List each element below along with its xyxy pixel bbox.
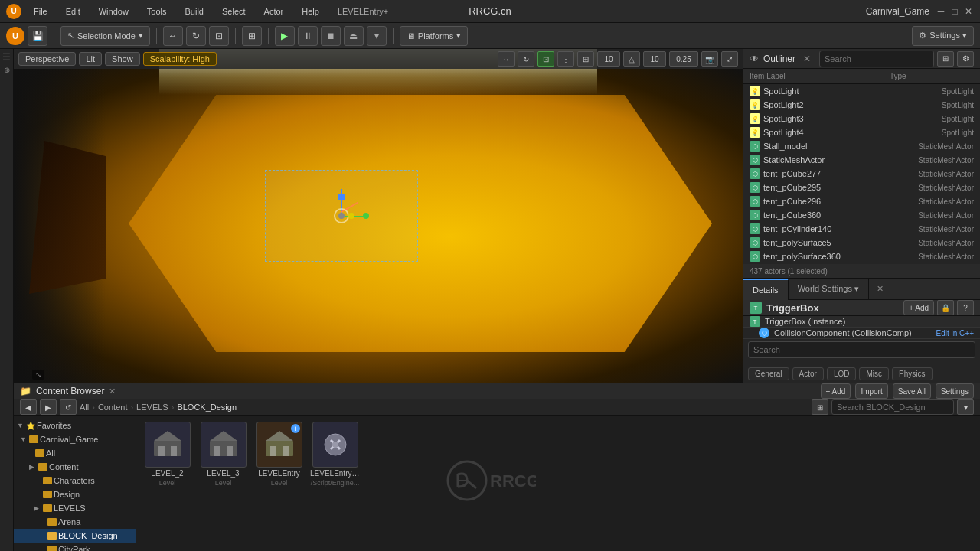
tree-block-design[interactable]: BLOCK_Design (14, 529, 136, 543)
cat-general[interactable]: General (748, 367, 789, 380)
breadcrumb-levels[interactable]: LEVELS (136, 403, 168, 412)
outliner-item[interactable]: ⬡ tent_polySurface5 StaticMeshActor (743, 236, 980, 249)
menu-build[interactable]: Build (179, 4, 210, 19)
details-help-btn[interactable]: ? (957, 300, 974, 315)
cat-lod[interactable]: LOD (827, 367, 857, 380)
add-component-btn[interactable]: + Add (903, 300, 934, 315)
stop-button[interactable]: ⏹ (321, 26, 341, 46)
content-item-levelentry[interactable]: + LEVELEntry Level (254, 422, 304, 487)
outliner-item[interactable]: 💡 SpotLight3 SpotLight (743, 112, 980, 126)
tree-characters[interactable]: Characters (14, 474, 136, 487)
outliner-item[interactable]: 💡 SpotLight4 SpotLight (743, 126, 980, 139)
viewport-scalability-button[interactable]: Scalability: High (143, 52, 217, 66)
menu-window[interactable]: Window (93, 4, 135, 19)
cat-physics[interactable]: Physics (892, 367, 932, 380)
tree-citypark[interactable]: CityPark (14, 543, 136, 551)
cb-save-all-btn[interactable]: Save All (893, 383, 931, 399)
menu-file[interactable]: File (28, 4, 54, 19)
save-button[interactable]: 💾 (28, 26, 47, 46)
vp-scale-icon[interactable]: ⊡ (537, 51, 554, 67)
outliner-item[interactable]: 💡 SpotLight SpotLight (743, 84, 980, 98)
transform-scale-button[interactable]: ⊡ (209, 26, 229, 46)
vp-rotate-icon[interactable]: ↻ (518, 51, 534, 67)
snap-button[interactable]: ⊞ (242, 26, 262, 46)
close-details-icon[interactable]: ✕ (872, 284, 888, 294)
cb-search-input[interactable] (831, 399, 954, 415)
viewport-perspective-button[interactable]: Perspective (18, 52, 76, 66)
cb-back-btn[interactable]: ◀ (20, 399, 37, 415)
viewport-lit-button[interactable]: Lit (79, 52, 102, 66)
vp-scale-val[interactable]: 0.25 (669, 51, 698, 67)
vp-grid-10[interactable]: 10 (597, 51, 620, 67)
outliner-item[interactable]: ⬡ tent_pCube296 StaticMeshActor (743, 194, 980, 208)
menu-edit[interactable]: Edit (60, 4, 87, 19)
cb-filter-btn[interactable]: ▾ (957, 399, 974, 415)
details-search-input[interactable] (748, 341, 975, 358)
outliner-filter-btn[interactable]: ⊞ (937, 51, 954, 67)
cb-close-icon[interactable]: ✕ (109, 386, 116, 396)
vp-translate-icon[interactable]: ↔ (498, 51, 514, 67)
tree-carnival-game[interactable]: ▼ Carnival_Game (14, 432, 136, 446)
tree-all[interactable]: All (14, 446, 136, 460)
sidebar-icon-1[interactable]: ⊕ (4, 66, 10, 74)
vp-surface-snap[interactable]: ⋮ (557, 51, 574, 67)
outliner-item[interactable]: ⬡ StaticMeshActor StaticMeshActor (743, 153, 980, 167)
outliner-item[interactable]: ⬡ tent_pCube295 StaticMeshActor (743, 181, 980, 194)
cb-import-btn[interactable]: Import (855, 383, 887, 399)
transform-gizmo[interactable] (318, 193, 364, 239)
menu-actor[interactable]: Actor (258, 4, 290, 19)
outliner-item[interactable]: ⬡ tent_pCube277 StaticMeshActor (743, 167, 980, 181)
cb-view-options[interactable]: ⊞ (812, 399, 828, 415)
tree-favorites[interactable]: ▼ ⭐ Favorites (14, 419, 136, 432)
vp-angle-10[interactable]: 10 (643, 51, 666, 67)
transform-rotate-button[interactable]: ↻ (186, 26, 206, 46)
close-button[interactable]: ✕ (963, 6, 974, 17)
settings-button[interactable]: ⚙ Settings ▾ (912, 26, 974, 46)
tab-world-settings[interactable]: World Settings ▾ (789, 279, 869, 300)
vp-grid-icon[interactable]: ⊞ (577, 51, 594, 67)
content-item-level2[interactable]: LEVEL_2 Level (142, 422, 192, 487)
content-item-levelentry-builddata[interactable]: LEVELEntry_BuildData /Script/Engine... (310, 422, 360, 487)
selection-mode-button[interactable]: ↖ Selection Mode ▾ (60, 26, 150, 46)
edit-cpp-link[interactable]: Edit in C++ (936, 329, 974, 337)
menu-tools[interactable]: Tools (141, 4, 173, 19)
cb-forward-btn[interactable]: ▶ (40, 399, 57, 415)
content-item-level3[interactable]: LEVEL_3 Level (198, 422, 248, 487)
minimize-button[interactable]: ─ (936, 6, 946, 17)
eject-button[interactable]: ⏏ (344, 26, 364, 46)
tree-content[interactable]: ▶ Content (14, 460, 136, 474)
menu-help[interactable]: Help (296, 4, 325, 19)
outliner-item[interactable]: ⬡ tent_pCylinder140 StaticMeshActor (743, 222, 980, 236)
vp-camera[interactable]: 📷 (701, 51, 718, 67)
menu-select[interactable]: Select (216, 4, 252, 19)
viewport-show-button[interactable]: Show (105, 52, 140, 66)
breadcrumb-block-design[interactable]: BLOCK_Design (177, 403, 237, 412)
platforms-button[interactable]: 🖥 Platforms ▾ (400, 26, 468, 46)
cb-settings-btn[interactable]: Settings (936, 383, 974, 399)
outliner-item[interactable]: ⬡ tent_pCube360 StaticMeshActor (743, 208, 980, 222)
pause-button[interactable]: ⏸ (298, 26, 318, 46)
extra-play-btn[interactable]: ▾ (367, 26, 387, 46)
cat-actor[interactable]: Actor (792, 367, 824, 380)
tab-details[interactable]: Details (743, 279, 789, 300)
cb-add-btn[interactable]: + Add (821, 383, 851, 399)
tree-arena[interactable]: Arena (14, 515, 136, 529)
outliner-search-input[interactable] (819, 51, 934, 67)
maximize-button[interactable]: □ (949, 6, 960, 17)
outliner-settings-btn[interactable]: ⚙ (957, 51, 974, 67)
play-button[interactable]: ▶ (275, 26, 295, 46)
outliner-close-icon[interactable]: ✕ (803, 54, 811, 64)
outliner-item[interactable]: ⬡ Stall_model StaticMeshActor (743, 139, 980, 153)
outliner-item[interactable]: ⬡ tent_polySurface360 StaticMeshActor (743, 249, 980, 263)
cat-misc[interactable]: Misc (859, 367, 889, 380)
transform-move-button[interactable]: ↔ (163, 26, 183, 46)
tree-levels[interactable]: ▶ LEVELS (14, 501, 136, 515)
outliner-item[interactable]: 💡 SpotLight2 SpotLight (743, 98, 980, 112)
sidebar-toggle[interactable]: ☰ (2, 52, 11, 63)
vp-angle-icon[interactable]: △ (623, 51, 640, 67)
vp-maximize[interactable]: ⤢ (721, 51, 738, 67)
cb-refresh-btn[interactable]: ↺ (60, 399, 77, 415)
tree-design[interactable]: Design (14, 487, 136, 501)
details-lock-btn[interactable]: 🔒 (937, 300, 954, 315)
breadcrumb-all[interactable]: All (80, 403, 89, 412)
